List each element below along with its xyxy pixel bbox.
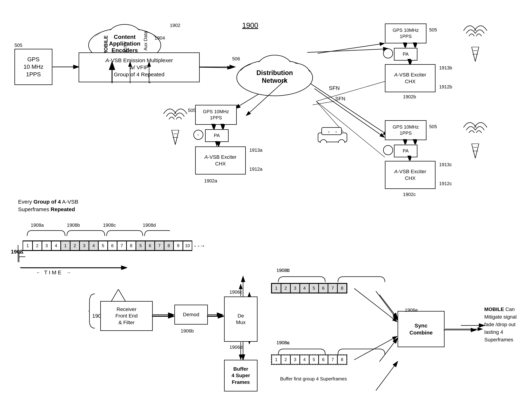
- label-1902a: 1902a: [204, 178, 217, 184]
- demod-demux-arrow: [207, 312, 225, 321]
- lower-to-sync-arrow: [372, 358, 401, 394]
- mobile-can-label: MOBILE Can Mitigate signalfade /drop out…: [484, 305, 517, 344]
- svg-text:SFN: SFN: [335, 96, 345, 102]
- label-1908: 1908: [11, 249, 23, 255]
- pa-mid-center-text: PA: [214, 133, 220, 139]
- superframe-title: Every Group of 4 A-VSBSuperframes Repeat…: [18, 198, 78, 213]
- pa-top-right-text: PA: [403, 51, 409, 57]
- pa-bot-circle: [383, 145, 393, 155]
- label-1906e: 1906e: [405, 307, 418, 313]
- gps-top-right-box: GPS 10MHz1PPS: [385, 23, 426, 43]
- buffer-box: Buffer4 SuperFrames: [224, 360, 257, 391]
- label-1912b: 1912b: [439, 84, 452, 90]
- exciter-top-right-box: A-VSB ExciterCHX: [385, 64, 435, 92]
- encoders-label: 1902: [170, 23, 180, 28]
- distribution-network-cloud: Distribution Network: [231, 42, 318, 99]
- aux-data-number: 1904: [154, 35, 165, 41]
- superframe-cells-row: 1 2 3 4 1 2 3 4 5 6 7 8 5 6 7 8 9 10 - -…: [23, 241, 205, 251]
- svg-text:Network: Network: [262, 77, 288, 84]
- demux-up-arrow: [239, 275, 247, 297]
- gps-bot-right-box: GPS 10MHz1PPS: [385, 120, 426, 140]
- svg-line-87: [376, 291, 398, 320]
- pa-mid-circle: ○: [193, 130, 203, 140]
- gps-bot-right-text: GPS 10MHz1PPS: [393, 124, 419, 136]
- gps-mid-center-text: GPS 10MHz1PPS: [203, 109, 229, 121]
- time-label: ← TIME →: [36, 269, 71, 275]
- lower-sf-cells: 1 2 3 4 5 6 7 8: [271, 354, 347, 365]
- group-braces: [25, 227, 170, 241]
- emission-mux-text: A-VSB Emission Multiplexerw/ VFIPGroup o…: [105, 57, 173, 78]
- label-1913c: 1913c: [439, 162, 452, 167]
- demod-text: Demod: [183, 311, 199, 318]
- label-1912c: 1912c: [439, 181, 452, 186]
- gps-left-text: GPS10 MHz1PPS: [23, 56, 43, 78]
- sfn-label: SFN: [329, 85, 340, 91]
- upper-sf-cells: 1 2 3 4 5 6 7 8: [271, 283, 347, 293]
- gps-left-box: GPS10 MHz1PPS: [15, 49, 52, 85]
- mobile-label: MOBILE: [103, 35, 109, 55]
- label-505-bot: 505: [429, 124, 437, 129]
- exciter-mid-center-text: A-VSB ExciterCHX: [204, 154, 236, 167]
- svg-text:Distribution: Distribution: [256, 69, 293, 77]
- upper-to-sync-arrow: [372, 288, 401, 324]
- sync-combine-box: SyncCombine: [398, 311, 445, 347]
- receiver-frontend-box: ReceiverFront End& Filter: [100, 301, 153, 331]
- pa-top-circle: [383, 48, 393, 58]
- sync-output-arrow: [444, 325, 480, 335]
- demux-text: DeMux: [236, 313, 246, 326]
- mobile-bold: MOBILE: [484, 306, 504, 312]
- gps-mid-center-box: GPS 10MHz1PPS: [195, 105, 237, 125]
- antenna-top-right: [463, 15, 488, 65]
- diagram-container: 1900 GPS10 MHz1PPS 505 Content Applicati…: [0, 0, 532, 407]
- gps-top-right-text: GPS 10MHz1PPS: [393, 27, 419, 39]
- svg-rect-72: [322, 127, 341, 135]
- svg-text:Content: Content: [114, 34, 136, 40]
- antenna-mid-center: [163, 98, 188, 148]
- buffer-first-label: Buffer first group 4 Superframes: [280, 376, 347, 382]
- recv-demod-arrow: [152, 312, 175, 321]
- upper-sf-brace: [273, 273, 390, 284]
- exciter-bot-right-text: A-VSB ExciterCHX: [394, 168, 426, 181]
- buffer-text: Buffer4 SuperFrames: [231, 366, 250, 385]
- label-505-top-right: 505: [429, 27, 437, 33]
- pa-top-right-box: PA: [394, 48, 417, 61]
- demux-box: DeMux: [224, 297, 257, 342]
- label-505-left: 505: [15, 42, 22, 48]
- exciter-mid-center-box: A-VSB ExciterCHX: [195, 147, 246, 174]
- svg-line-94: [200, 67, 232, 68]
- label-1913b: 1913b: [439, 65, 452, 71]
- label-1913a: 1913a: [249, 147, 262, 153]
- label-505-mid: 505: [188, 108, 196, 113]
- pa-bot-right-text: PA: [403, 148, 409, 154]
- receiver-frontend-text: ReceiverFront End& Filter: [116, 306, 138, 326]
- exciter-top-right-text: A-VSB ExciterCHX: [394, 72, 426, 85]
- label-1912a: 1912a: [249, 166, 262, 172]
- svg-line-22: [316, 81, 385, 101]
- label-1902b: 1902b: [403, 94, 416, 100]
- svg-line-89: [376, 362, 398, 391]
- demod-box: Demod: [174, 305, 208, 325]
- label-1908d-bottom: 1908d: [277, 268, 290, 273]
- exciter-bot-right-box: A-VSB ExciterCHX: [385, 161, 435, 189]
- svg-line-9: [307, 49, 388, 52]
- label-1908c-bottom: 1908c: [277, 340, 289, 345]
- diagram-number: 1900: [242, 21, 258, 30]
- sync-combine-text: SyncCombine: [409, 322, 433, 336]
- antenna-bot-right: [463, 111, 488, 162]
- pa-bot-right-box: PA: [394, 145, 417, 157]
- brace-1906: [89, 293, 96, 329]
- aux-data-label: Aux Data: [143, 31, 148, 51]
- emission-mux-box: A-VSB Emission Multiplexerw/ VFIPGroup o…: [79, 52, 200, 82]
- svg-line-118: [313, 101, 334, 105]
- dist-label: 506: [232, 56, 240, 62]
- svg-line-95: [318, 43, 385, 53]
- car-icon: [316, 123, 349, 143]
- demux-down-arrow: [239, 342, 247, 362]
- label-1902c: 1902c: [403, 192, 416, 197]
- pa-mid-center-box: PA: [205, 129, 229, 142]
- label-1906b: 1906b: [181, 328, 194, 334]
